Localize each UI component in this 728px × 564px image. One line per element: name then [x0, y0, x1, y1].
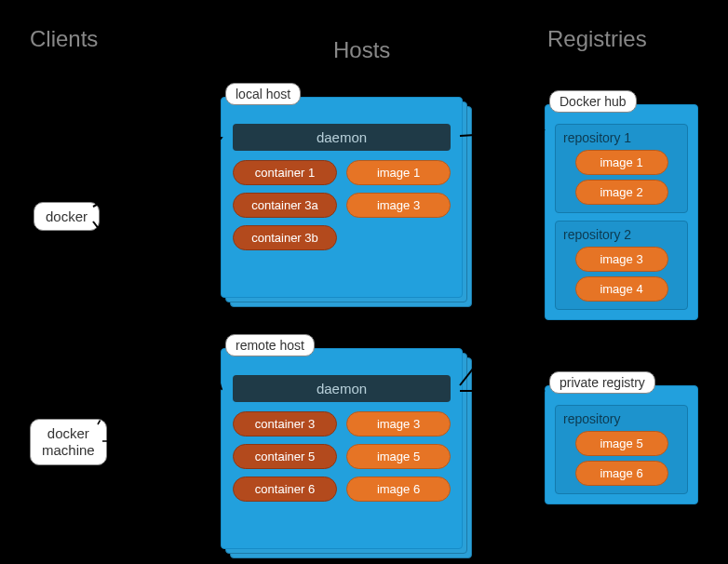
image-pill: image 3	[346, 411, 451, 436]
client-docker: docker	[34, 202, 100, 231]
image-pill: image 1	[346, 160, 451, 185]
image-pill: image 5	[346, 444, 451, 469]
client-docker-machine-label: docker machine	[42, 425, 95, 458]
registries-title: Registries	[547, 26, 647, 52]
arrow-machine-to-local	[98, 227, 214, 424]
container-pill: container 3a	[233, 193, 337, 218]
remote-host-panel: remote host daemon container 3 image 3 c…	[221, 348, 463, 549]
repo-title: repository	[563, 411, 680, 426]
private-registry-label: private registry	[549, 371, 655, 394]
arrow-remote-to-repo2	[460, 279, 544, 385]
container-pill: container 3	[233, 411, 337, 436]
docker-hub-registry: Docker hub repository 1 image 1 image 2 …	[545, 104, 698, 320]
client-docker-label: docker	[46, 208, 88, 224]
hosts-title: Hosts	[333, 37, 390, 63]
local-daemon-bar: daemon	[233, 124, 451, 151]
local-host-grid: container 1 image 1 container 3a image 3…	[233, 160, 451, 250]
local-host-stack: local host daemon container 1 image 1 co…	[221, 97, 463, 298]
image-pill: image 2	[575, 180, 668, 205]
clients-title: Clients	[30, 26, 98, 52]
image-pill: image 3	[575, 247, 668, 272]
repo-box: repository image 5 image 6	[555, 405, 688, 494]
repo-title: repository 2	[563, 227, 680, 242]
arrow-docker-to-remote	[93, 222, 222, 389]
image-pill: image 6	[346, 477, 451, 502]
image-pill: image 3	[346, 193, 451, 218]
remote-daemon-bar: daemon	[233, 375, 451, 402]
container-pill: container 6	[233, 477, 337, 502]
arrow-docker-to-local	[93, 138, 222, 207]
repo-box: repository 1 image 1 image 2	[555, 124, 688, 213]
remote-host-label: remote host	[225, 334, 315, 356]
container-pill: container 1	[233, 160, 337, 185]
docker-hub-label: Docker hub	[549, 90, 637, 113]
private-registry: private registry repository image 5 imag…	[545, 385, 698, 504]
image-pill: image 1	[575, 150, 668, 175]
client-docker-machine: docker machine	[30, 419, 107, 465]
image-pill: image 4	[575, 276, 668, 302]
diagram-canvas: Clients Hosts Registries docker docker m…	[0, 0, 728, 564]
repo-box: repository 2 image 3 image 4	[555, 221, 688, 310]
local-host-panel: local host daemon container 1 image 1 co…	[221, 97, 463, 298]
container-pill: container 3b	[233, 225, 337, 250]
remote-host-stack: remote host daemon container 3 image 3 c…	[221, 348, 463, 549]
local-host-label: local host	[225, 83, 301, 105]
repo-title: repository 1	[563, 130, 680, 145]
image-pill: image 5	[575, 431, 668, 456]
arrow-local-to-repo1	[460, 130, 544, 136]
image-pill: image 6	[575, 461, 668, 486]
remote-host-grid: container 3 image 3 container 5 image 5 …	[233, 411, 451, 502]
container-pill: container 5	[233, 444, 337, 469]
